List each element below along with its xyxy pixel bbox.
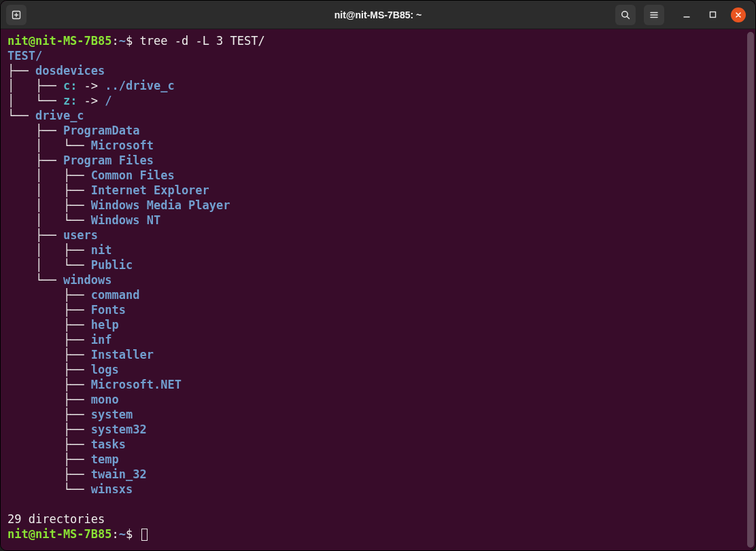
tree-dir-name: drive_c <box>35 109 84 122</box>
tree-symlink-name: z: <box>63 94 77 107</box>
tree-line: ├── Microsoft.NET <box>7 377 749 392</box>
tree-prefix: ├── <box>7 303 91 317</box>
search-icon <box>620 10 631 20</box>
tree-prefix: ├── <box>7 333 91 346</box>
prompt-symbol: $ <box>126 34 133 48</box>
tree-dir-name: mono <box>91 393 119 406</box>
prompt-line: nit@nit-MS-7B85:~$ tree -d -L 3 TEST/ <box>7 33 749 48</box>
search-button[interactable] <box>615 5 636 25</box>
tree-line: ├── logs <box>7 362 749 377</box>
tree-prefix: ├── <box>7 393 91 406</box>
prompt-user-host: nit@nit-MS-7B85 <box>7 34 112 48</box>
tree-prefix: │ └── <box>7 139 91 152</box>
tree-dir-name: Windows Media Player <box>91 198 230 212</box>
tree-prefix: └── <box>7 482 91 496</box>
hamburger-menu-button[interactable] <box>644 5 664 25</box>
minimize-button[interactable] <box>679 7 694 22</box>
tree-prefix: ├── <box>7 438 91 451</box>
tree-dir-name: Fonts <box>91 303 126 317</box>
prompt-separator: : <box>112 34 119 48</box>
tree-listing: ├── dosdevices│ ├── c: -> ../drive_c│ └─… <box>7 63 749 497</box>
tree-dir-name: users <box>63 228 98 242</box>
tree-line: ├── help <box>7 317 749 332</box>
tree-line: ├── system32 <box>7 422 749 437</box>
tree-prefix: ├── <box>7 467 91 481</box>
tree-prefix: ├── <box>7 318 91 332</box>
prompt-cwd: ~ <box>119 34 126 48</box>
tree-prefix: ├── <box>7 288 91 302</box>
tree-dir-name: system32 <box>91 423 147 436</box>
tree-line: ├── Fonts <box>7 302 749 317</box>
symlink-arrow: -> <box>77 94 105 107</box>
svg-rect-2 <box>710 12 715 18</box>
tree-line: ├── tasks <box>7 437 749 452</box>
terminal-body[interactable]: nit@nit-MS-7B85:~$ tree -d -L 3 TEST/ TE… <box>1 29 755 550</box>
tree-line: ├── system <box>7 407 749 422</box>
tree-dir-name: command <box>91 288 140 302</box>
tree-line: ├── Program Files <box>7 153 749 168</box>
hamburger-icon <box>649 10 659 20</box>
tree-dir-name: Installer <box>91 348 154 361</box>
prompt-line-2: nit@nit-MS-7B85:~$ <box>7 527 749 541</box>
tree-line: └── windows <box>7 272 749 287</box>
tree-prefix: ├── <box>7 378 91 391</box>
tree-prefix: ├── <box>7 64 35 77</box>
tree-line: │ └── Microsoft <box>7 138 749 153</box>
summary-line: 29 directories <box>7 512 749 527</box>
maximize-icon <box>709 11 717 18</box>
terminal-output: nit@nit-MS-7B85:~$ tree -d -L 3 TEST/ TE… <box>7 33 749 546</box>
tree-line: ├── ProgramData <box>7 123 749 138</box>
tree-dir-name: Windows NT <box>91 213 160 227</box>
new-tab-icon <box>11 10 22 20</box>
tree-prefix: │ ├── <box>7 198 91 212</box>
tree-dir-name: help <box>91 318 119 332</box>
tree-prefix: │ └── <box>7 258 91 272</box>
symlink-target: ../drive_c <box>105 79 174 92</box>
prompt-separator: : <box>112 527 119 541</box>
tree-root: TEST/ <box>7 49 42 63</box>
scrollbar[interactable] <box>747 32 754 548</box>
new-tab-button[interactable] <box>6 5 27 25</box>
tree-prefix: └── <box>7 273 63 287</box>
tree-prefix: ├── <box>7 363 91 376</box>
tree-prefix: ├── <box>7 348 91 361</box>
tree-line: ├── command <box>7 287 749 302</box>
close-icon <box>735 12 742 18</box>
tree-symlink-name: c: <box>63 79 77 92</box>
close-button[interactable] <box>731 7 746 22</box>
tree-line: └── drive_c <box>7 108 749 123</box>
tree-dir-name: nit <box>91 243 112 257</box>
tree-line: ├── users <box>7 228 749 243</box>
tree-prefix: │ ├── <box>7 168 91 182</box>
tree-prefix: ├── <box>7 228 63 242</box>
tree-prefix: ├── <box>7 154 63 167</box>
terminal-cursor <box>141 529 148 541</box>
tree-dir-name: twain_32 <box>91 467 147 481</box>
tree-line: │ └── Windows NT <box>7 213 749 228</box>
tree-line: │ └── z: -> / <box>7 93 749 108</box>
tree-dir-name: winsxs <box>91 482 133 496</box>
tree-dir-name: Microsoft <box>91 139 154 152</box>
tree-dir-name: Common Files <box>91 168 175 182</box>
tree-line: ├── dosdevices <box>7 63 749 78</box>
tree-prefix: │ ├── <box>7 183 91 197</box>
tree-dir-name: inf <box>91 333 112 346</box>
tree-line: │ ├── c: -> ../drive_c <box>7 78 749 93</box>
symlink-target: / <box>105 94 111 107</box>
tree-prefix: ├── <box>7 423 91 436</box>
tree-line: ├── Installer <box>7 347 749 362</box>
titlebar: nit@nit-MS-7B85: ~ <box>1 1 755 29</box>
maximize-button[interactable] <box>705 7 720 22</box>
tree-line: │ ├── Windows Media Player <box>7 198 749 213</box>
tree-prefix: ├── <box>7 452 91 466</box>
tree-line: ├── twain_32 <box>7 467 749 482</box>
tree-dir-name: system <box>91 408 133 421</box>
tree-dir-name: Microsoft.NET <box>91 378 182 391</box>
blank-line <box>7 497 749 512</box>
symlink-arrow: -> <box>77 79 105 92</box>
tree-line: ├── temp <box>7 452 749 467</box>
prompt-symbol: $ <box>126 527 133 541</box>
tree-prefix: └── <box>7 109 35 122</box>
tree-prefix: ├── <box>7 124 63 137</box>
tree-dir-name: ProgramData <box>63 124 140 137</box>
